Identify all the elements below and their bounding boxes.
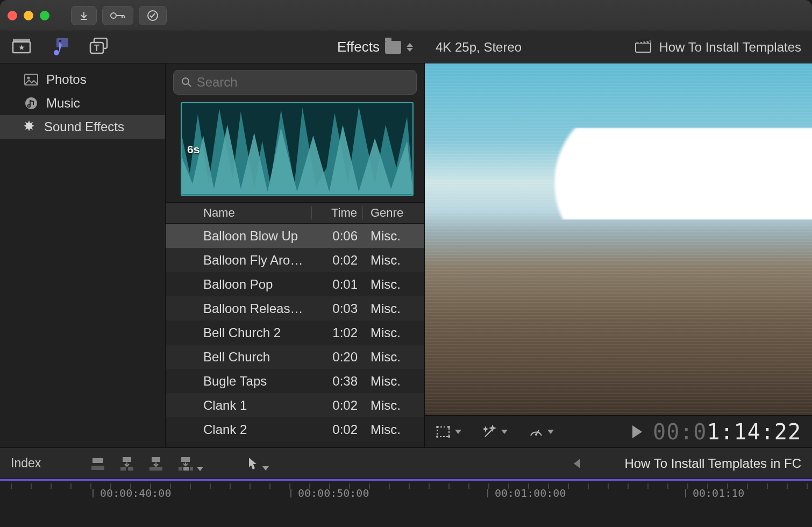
table-header: Name Time Genre	[166, 202, 424, 224]
close-window-button[interactable]	[8, 11, 17, 20]
sidebar-item-music[interactable]: Music	[0, 91, 165, 115]
timeline-tick: 00:01:10	[693, 487, 744, 500]
append-clip-button[interactable]	[148, 456, 163, 471]
photos-audio-tab-icon[interactable]	[51, 38, 70, 57]
row-name: Clank 2	[200, 422, 312, 437]
search-wrap	[166, 63, 424, 100]
row-name: Balloon Releas…	[200, 301, 312, 316]
table-row[interactable]: Balloon Releas…0:03Misc.	[166, 296, 424, 321]
titles-generators-tab-icon[interactable]: T	[89, 38, 109, 57]
insert-clip-button[interactable]	[119, 456, 134, 471]
timecode-display[interactable]: 00:01:14:22	[632, 419, 801, 444]
libraries-tab-icon[interactable]: ★	[12, 38, 31, 57]
row-time: 1:02	[312, 325, 363, 340]
row-name: Balloon Blow Up	[200, 229, 312, 244]
import-button[interactable]	[71, 6, 97, 25]
checkmark-circle-icon	[147, 10, 159, 22]
svg-point-14	[182, 78, 189, 84]
table-row[interactable]: Bell Church0:20Misc.	[166, 345, 424, 369]
transform-icon	[436, 425, 451, 438]
library-selector-label: Effects	[337, 39, 380, 55]
row-genre: Misc.	[363, 374, 424, 389]
svg-rect-11	[25, 74, 38, 85]
library-selector[interactable]: Effects	[337, 39, 413, 55]
overwrite-clip-button[interactable]	[177, 456, 203, 471]
chevron-down-icon	[262, 466, 269, 471]
svg-rect-30	[183, 467, 189, 471]
waveform-preview[interactable]: 6s	[181, 102, 414, 196]
transform-menu-button[interactable]	[436, 425, 461, 438]
timeline-project-name: How To Install Templates in FC	[624, 456, 801, 471]
table-row[interactable]: Balloon Pop0:01Misc.	[166, 272, 424, 296]
project-name-label: How To Install Templates	[659, 40, 801, 55]
retime-menu-button[interactable]	[529, 426, 554, 438]
event-info-label: 4K 25p, Stereo	[436, 40, 522, 55]
wand-icon	[483, 425, 497, 439]
clapperboard-icon	[635, 39, 651, 56]
chevron-down-icon	[547, 430, 554, 434]
table-row[interactable]: Balloon Fly Aro…0:02Misc.	[166, 248, 424, 272]
table-row[interactable]: Clank 10:02Misc.	[166, 393, 424, 417]
connect-clip-button[interactable]	[90, 456, 105, 471]
cloud-shape	[554, 128, 812, 219]
fullscreen-window-button[interactable]	[40, 11, 49, 20]
timeline-history-back-button[interactable]	[574, 459, 580, 468]
svg-rect-3	[13, 39, 30, 42]
timeline-ruler: 00:00:40:0000:00:50:0000:01:00:0000:01:1…	[0, 487, 812, 504]
search-box[interactable]	[173, 70, 417, 95]
timeline[interactable]: 00:00:40:0000:00:50:0000:01:00:0000:01:1…	[0, 479, 812, 527]
timecode-dim: 00:0	[653, 419, 707, 444]
enhance-menu-button[interactable]	[483, 425, 508, 439]
keyword-button[interactable]	[102, 6, 133, 25]
index-button[interactable]: Index	[11, 456, 41, 471]
svg-point-20	[535, 433, 537, 436]
minimize-window-button[interactable]	[24, 11, 33, 20]
download-icon	[79, 11, 89, 20]
timeline-edge	[0, 479, 812, 481]
updown-icon	[407, 43, 413, 52]
search-input[interactable]	[197, 75, 409, 90]
browser-tabs: ★ T Effects	[0, 38, 425, 57]
svg-text:T: T	[94, 44, 99, 53]
table-row[interactable]: Clank 20:02Misc.	[166, 417, 424, 441]
svg-rect-22	[91, 466, 104, 470]
sidebar-item-label: Sound Effects	[44, 119, 124, 134]
svg-rect-5	[56, 38, 68, 47]
svg-rect-27	[149, 467, 162, 471]
video-preview[interactable]	[425, 63, 812, 415]
event-viewer-header: 4K 25p, Stereo How To Install Templates	[425, 39, 812, 56]
svg-text:★: ★	[18, 43, 25, 52]
pointer-icon	[247, 457, 258, 471]
column-header-genre[interactable]: Genre	[363, 206, 424, 220]
row-time: 0:02	[312, 398, 363, 413]
row-name: Bell Church	[200, 350, 312, 365]
search-icon	[181, 77, 191, 88]
svg-rect-15	[437, 427, 449, 437]
row-time: 0:02	[312, 422, 363, 437]
column-header-time[interactable]: Time	[312, 206, 362, 220]
row-time: 0:06	[312, 229, 363, 244]
viewer-toolbar: 00:01:14:22	[425, 415, 812, 447]
svg-point-13	[25, 97, 37, 109]
row-time: 0:38	[312, 374, 363, 389]
waveform-duration-label: 6s	[187, 143, 200, 156]
tool-selector-button[interactable]	[247, 457, 269, 471]
table-row[interactable]: Bugle Taps0:38Misc.	[166, 369, 424, 393]
sound-effects-browser: 6s Name Time Genre Balloon Blow Up0:06Mi…	[166, 63, 425, 447]
column-header-name[interactable]: Name	[200, 206, 311, 220]
svg-point-0	[111, 13, 116, 18]
photos-icon	[24, 72, 39, 87]
table-row[interactable]: Balloon Blow Up0:06Misc.	[166, 224, 424, 248]
background-tasks-button[interactable]	[139, 6, 167, 25]
main-area: Photos Music Sound Effects	[0, 63, 812, 447]
row-time: 0:03	[312, 301, 363, 316]
row-name: Balloon Fly Aro…	[200, 253, 312, 268]
sidebar-item-photos[interactable]: Photos	[0, 68, 165, 91]
svg-rect-25	[128, 467, 133, 471]
waveform-shape	[182, 103, 412, 195]
media-sidebar: Photos Music Sound Effects	[0, 63, 166, 447]
speedometer-icon	[529, 426, 543, 438]
table-row[interactable]: Bell Church 21:02Misc.	[166, 321, 424, 345]
row-name: Clank 1	[200, 398, 312, 413]
sidebar-item-sound-effects[interactable]: Sound Effects	[0, 115, 165, 139]
